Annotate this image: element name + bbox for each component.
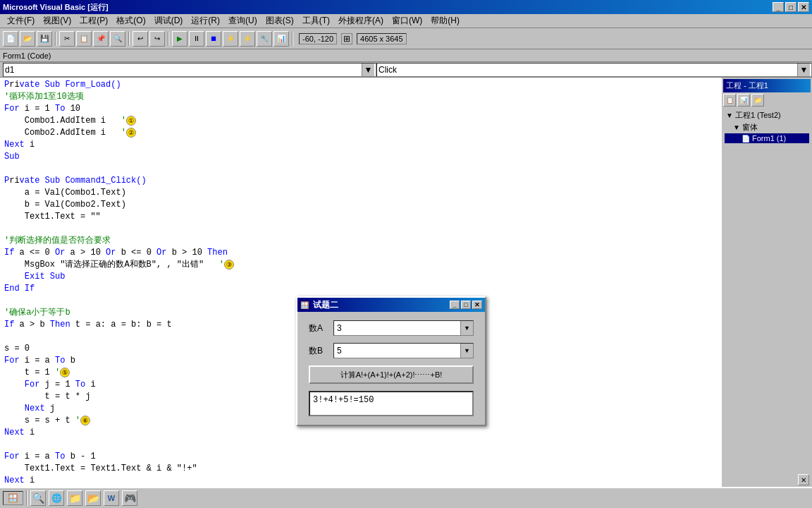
start-icon: 🪟: [8, 493, 18, 503]
toolbar-redo[interactable]: ↪: [149, 31, 165, 47]
title-bar: Microsoft Visual Basic [运行] _ □ ✕: [0, 0, 812, 14]
toolbar-coords: -60, -120 ⊞ 4605 x 3645: [299, 33, 407, 44]
dialog-maximize-btn[interactable]: □: [461, 301, 471, 309]
toolbar-copy[interactable]: 📋: [76, 31, 92, 47]
toolbar-open[interactable]: 📂: [20, 31, 35, 47]
combo-b[interactable]: 5 ▼: [333, 343, 474, 358]
panel-btn2[interactable]: 📊: [737, 94, 750, 107]
combo-b-btn[interactable]: ▼: [460, 344, 473, 358]
panel-toolbar: 📋 📊 📁: [723, 94, 811, 107]
scroll-close-btn[interactable]: ✕: [798, 474, 809, 485]
object-dropdown[interactable]: d1 ▼: [3, 63, 376, 77]
toolbar-cut[interactable]: ✂: [59, 31, 75, 47]
proc-dropdown[interactable]: Click ▼: [376, 63, 812, 77]
toolbar-find[interactable]: 🔍: [110, 31, 125, 47]
tree-project-label: 工程1 (Test2): [735, 110, 781, 121]
label-a: 数A: [309, 322, 333, 334]
maximize-button[interactable]: □: [785, 2, 796, 12]
code-line: Exit Sub: [4, 271, 716, 283]
menu-file[interactable]: 文件(F): [3, 13, 39, 28]
code-line: [4, 163, 716, 175]
taskbar-folder2[interactable]: 📂: [85, 490, 101, 506]
dialog: 🪟 试题二 _ □ ✕ 数A 3 ▼ 数B 5 ▼: [296, 296, 486, 426]
code-line: Next i: [4, 427, 716, 439]
tree-item-form1[interactable]: 📄 Form1 (1): [725, 133, 809, 143]
toolbar-new[interactable]: 📄: [3, 31, 18, 47]
taskbar-search[interactable]: 🔍: [30, 490, 46, 506]
combo-a-btn[interactable]: ▼: [460, 321, 473, 335]
menu-query[interactable]: 查询(U): [224, 13, 262, 28]
code-line: Next i: [4, 139, 716, 151]
toolbar-run[interactable]: ▶: [172, 31, 187, 47]
combo-a-value: 3: [334, 323, 460, 333]
tree-item-project[interactable]: ▼ 工程1 (Test2): [725, 109, 809, 121]
tree-form-icon: 📄: [742, 135, 750, 143]
combo-b-value: 5: [334, 346, 460, 356]
taskbar-ie[interactable]: 🌐: [49, 490, 64, 506]
code-line: MsgBox "请选择正确的数A和数B", , "出错" '③: [4, 259, 716, 271]
menu-window[interactable]: 窗口(W): [388, 13, 426, 28]
calc-button[interactable]: 计算A!+(A+1)!+(A+2)!⋯⋯+B!: [309, 365, 474, 384]
tree-forms-label: 窗体: [742, 122, 758, 133]
menu-debug[interactable]: 调试(D): [150, 13, 187, 28]
proc-dropdown-btn[interactable]: ▼: [797, 64, 810, 76]
code-line: Text1.Text = "": [4, 211, 716, 223]
menu-chart[interactable]: 图表(S): [262, 13, 298, 28]
taskbar-word[interactable]: W: [104, 490, 119, 506]
close-button[interactable]: ✕: [798, 2, 809, 12]
toolbar-step[interactable]: ⚡: [223, 31, 238, 47]
code-line: [4, 223, 716, 235]
toolbar-pause[interactable]: ⏸: [189, 31, 204, 47]
annotation-5: ⑤: [60, 368, 70, 377]
start-button[interactable]: 🪟: [3, 491, 23, 505]
annotation-3: ③: [224, 260, 234, 270]
menu-tools[interactable]: 工具(T): [298, 13, 334, 28]
code-line: [4, 439, 716, 451]
code-line: '循环添加1至10选项: [4, 91, 716, 103]
result-text: 3!+4!+5!=150: [313, 395, 374, 405]
code-line: Sub: [4, 151, 716, 163]
taskbar-clock: [804, 497, 809, 500]
code-line: If a <= 0 Or a > 10 Or b <= 0 Or b > 10 …: [4, 247, 716, 259]
toolbar-step2[interactable]: ⚡: [240, 31, 255, 47]
dialog-title-text: 试题二: [313, 299, 338, 311]
menu-help[interactable]: 帮助(H): [426, 13, 464, 28]
toolbar-save[interactable]: 💾: [37, 31, 52, 47]
tree-folder-icon: ▼: [733, 123, 740, 131]
toolbar-step3[interactable]: 🔧: [257, 31, 272, 47]
code-line: Combo1.AddItem i '①: [4, 115, 716, 127]
menu-addins[interactable]: 外接程序(A): [334, 13, 388, 28]
toolbar-sep4: [292, 32, 293, 46]
code-line: Private Sub Command1_Click(): [4, 175, 716, 187]
main-area: Private Sub Form_Load() '循环添加1至10选项 For …: [0, 78, 812, 487]
menu-format[interactable]: 格式(O): [112, 13, 149, 28]
dialog-row-b: 数B 5 ▼: [309, 343, 474, 358]
code-line: Combo2.AddItem i '②: [4, 127, 716, 139]
menu-view[interactable]: 视图(V): [39, 13, 75, 28]
toolbar-undo[interactable]: ↩: [133, 31, 148, 47]
menu-project[interactable]: 工程(P): [75, 13, 112, 28]
label-b: 数B: [309, 345, 333, 357]
minimize-button[interactable]: _: [773, 2, 784, 12]
toolbar-stop[interactable]: ⏹: [206, 31, 221, 47]
code-line: Text1.Text = Text1.Text & i & "!+": [4, 463, 716, 475]
combo-a[interactable]: 3 ▼: [333, 320, 474, 336]
dialog-body: 数A 3 ▼ 数B 5 ▼ 计算A!+(A+1)!+(A+2)!⋯⋯+B! 3!…: [297, 312, 485, 425]
taskbar-vb[interactable]: 🎮: [122, 490, 137, 506]
object-dropdown-btn[interactable]: ▼: [362, 64, 374, 76]
annotation-2: ②: [126, 128, 136, 138]
toolbar-step4[interactable]: 📊: [273, 31, 289, 47]
dialog-minimize-btn[interactable]: _: [450, 301, 460, 309]
panel-btn1[interactable]: 📋: [723, 94, 736, 107]
object-dropdown-value: d1: [5, 65, 14, 75]
taskbar-explorer[interactable]: 📁: [67, 490, 82, 506]
code-line: For i = a To b - 1: [4, 451, 716, 463]
code-line: End If: [4, 283, 716, 295]
menu-run[interactable]: 运行(R): [187, 13, 224, 28]
tree-item-forms[interactable]: ▼ 窗体: [725, 121, 809, 133]
toolbar-paste[interactable]: 📌: [93, 31, 109, 47]
menu-bar: 文件(F) 视图(V) 工程(P) 格式(O) 调试(D) 运行(R) 查询(U…: [0, 14, 812, 28]
dialog-close-btn[interactable]: ✕: [472, 301, 482, 309]
project-tree: ▼ 工程1 (Test2) ▼ 窗体 📄 Form1 (1): [723, 108, 811, 145]
panel-btn3[interactable]: 📁: [751, 94, 764, 107]
